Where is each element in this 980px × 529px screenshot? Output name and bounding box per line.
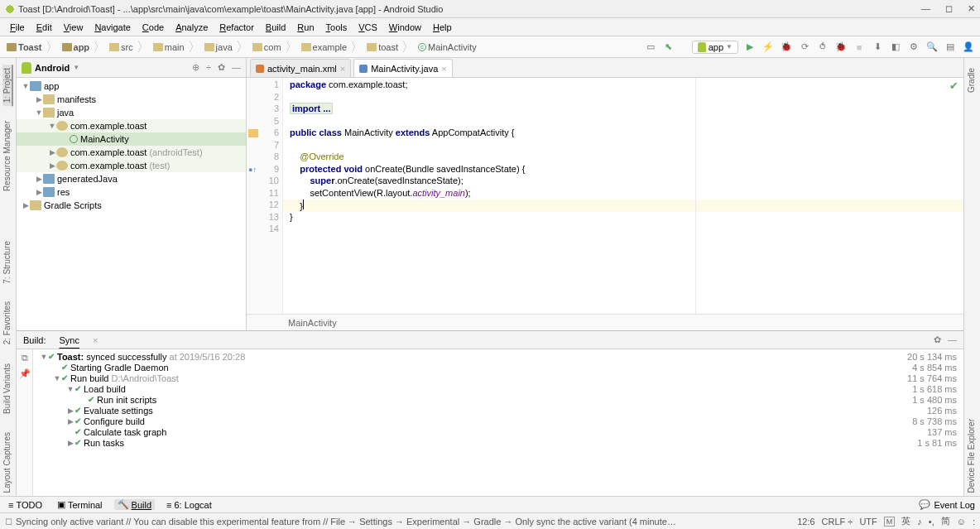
menu-vcs[interactable]: VCS: [353, 21, 382, 34]
tree-item[interactable]: ▶res: [17, 185, 246, 199]
editor-tab[interactable]: MainActivity.java×: [353, 59, 453, 77]
maximize-button[interactable]: ◻: [945, 3, 953, 14]
breadcrumb-item[interactable]: src: [108, 42, 135, 52]
editor-code[interactable]: ✔ package com.example.toast;import ...pu…: [283, 78, 963, 314]
select-opened-icon[interactable]: ⊕: [192, 62, 199, 73]
device-file-explorer-button[interactable]: Device File Explorer: [967, 416, 978, 496]
close-button[interactable]: ✕: [968, 3, 975, 14]
hide-icon[interactable]: —: [232, 62, 241, 73]
status-item[interactable]: UTF: [859, 517, 877, 527]
structure-tool-button[interactable]: 7: Structure: [2, 238, 13, 287]
tree-item[interactable]: ▶com.example.toast (test): [17, 159, 246, 172]
close-tab-icon[interactable]: ×: [340, 64, 345, 74]
layout-inspector-icon[interactable]: ◧: [889, 41, 902, 54]
tree-item[interactable]: ▼app: [17, 79, 246, 93]
tree-item[interactable]: MainActivity: [17, 132, 246, 146]
menu-run[interactable]: Run: [292, 21, 319, 34]
menu-code[interactable]: Code: [137, 21, 169, 34]
close-tab-icon[interactable]: ×: [441, 64, 446, 74]
apply-changes-icon[interactable]: ⚡: [761, 41, 775, 54]
menu-build[interactable]: Build: [261, 21, 291, 34]
breadcrumb-item[interactable]: example: [300, 42, 349, 52]
breadcrumb-item[interactable]: com: [251, 42, 283, 52]
menu-file[interactable]: File: [5, 21, 30, 34]
attach-debugger-icon[interactable]: ⥀: [816, 41, 829, 54]
menu-window[interactable]: Window: [384, 21, 426, 34]
resource-manager-tool-button[interactable]: Resource Manager: [2, 118, 13, 195]
tree-item[interactable]: ▼com.example.toast: [17, 119, 246, 132]
breadcrumb-item[interactable]: app: [60, 42, 92, 52]
build-item[interactable]: ✔Run init scripts1 s 480 ms: [40, 394, 957, 405]
build-item[interactable]: ✔Starting Gradle Daemon4 s 854 ms: [40, 362, 957, 373]
debug-button[interactable]: 🐞: [780, 41, 793, 54]
tree-item[interactable]: ▶manifests: [17, 93, 246, 106]
tree-item[interactable]: ▼java: [17, 106, 246, 119]
menu-navigate[interactable]: Navigate: [89, 21, 135, 34]
build-item[interactable]: ▼✔Load build1 s 618 ms: [40, 383, 957, 394]
tree-item[interactable]: ▶Gradle Scripts: [17, 199, 246, 212]
gradle-tool-button[interactable]: Gradle: [967, 65, 978, 96]
status-item[interactable]: CRLF ÷: [822, 517, 853, 527]
build-item[interactable]: ▶✔Evaluate settings126 ms: [40, 405, 957, 416]
bottom-tab-6logcat[interactable]: ≡6: Logcat: [163, 499, 215, 510]
breadcrumb-item[interactable]: Toast: [5, 42, 44, 52]
user-icon[interactable]: 👤: [962, 41, 975, 54]
layout-captures-tool-button[interactable]: Layout Captures: [2, 429, 13, 496]
avd-manager-icon[interactable]: 🐞: [834, 41, 848, 54]
menu-refactor[interactable]: Refactor: [214, 21, 259, 34]
event-log-button[interactable]: Event Log: [934, 500, 975, 510]
menu-edit[interactable]: Edit: [31, 21, 57, 34]
device-selector-icon[interactable]: ▭: [644, 41, 657, 54]
menu-help[interactable]: Help: [428, 21, 457, 34]
gear-icon[interactable]: ✿: [218, 62, 225, 73]
sdk-manager-icon[interactable]: ⬇: [871, 41, 884, 54]
bottom-tab-build[interactable]: 🔨Build: [114, 499, 155, 510]
status-item[interactable]: ☺: [957, 517, 966, 527]
filter-icon[interactable]: ▤: [944, 41, 957, 54]
pin-icon[interactable]: 📌: [19, 368, 31, 379]
status-item[interactable]: ♪: [917, 517, 922, 527]
build-output-tree[interactable]: ▼✔Toast: synced successfully at 2019/5/1…: [33, 349, 963, 496]
editor-breadcrumb[interactable]: MainActivity: [247, 314, 963, 330]
menu-tools[interactable]: Tools: [321, 21, 353, 34]
breadcrumb-item[interactable]: java: [203, 42, 234, 52]
sync-icon[interactable]: ⬉: [662, 41, 675, 54]
build-item[interactable]: ▼✔Toast: synced successfully at 2019/5/1…: [40, 351, 957, 362]
editor[interactable]: 1235678●↑91011121314 ✔ package com.examp…: [247, 78, 963, 314]
run-button[interactable]: ▶: [743, 41, 757, 54]
build-item[interactable]: ▶✔Configure build8 s 738 ms: [40, 416, 957, 426]
build-item[interactable]: ▶✔Run tasks1 s 81 ms: [40, 437, 957, 448]
gear-icon[interactable]: ✿: [934, 334, 941, 345]
build-item[interactable]: ▼✔Run build D:\Android\Toast11 s 764 ms: [40, 373, 957, 383]
menu-analyze[interactable]: Analyze: [171, 21, 213, 34]
build-variants-tool-button[interactable]: Build Variants: [2, 360, 13, 417]
profiler-icon[interactable]: ⟳: [798, 41, 811, 54]
status-item[interactable]: •,: [929, 517, 934, 527]
project-tree[interactable]: ▼app▶manifests▼java▼com.example.toastMai…: [17, 78, 246, 330]
dropdown-icon[interactable]: ▼: [73, 64, 79, 71]
project-structure-icon[interactable]: ⚙: [907, 41, 920, 54]
project-view-label[interactable]: Android: [35, 63, 70, 73]
hide-icon[interactable]: —: [948, 334, 957, 345]
editor-tab[interactable]: activity_main.xml×: [250, 59, 351, 77]
filter-icon[interactable]: ⧉: [22, 353, 28, 363]
status-item[interactable]: 英: [901, 515, 910, 527]
menu-view[interactable]: View: [59, 21, 89, 34]
collapse-all-icon[interactable]: ÷: [206, 62, 211, 73]
search-icon[interactable]: 🔍: [925, 41, 939, 54]
project-tool-button[interactable]: 1: Project: [2, 65, 13, 106]
breadcrumb-item[interactable]: c MainActivity: [416, 42, 478, 52]
close-tab-icon[interactable]: ×: [93, 335, 98, 345]
status-item[interactable]: 12:6: [797, 517, 814, 527]
stop-button[interactable]: ■: [853, 41, 866, 54]
build-item[interactable]: ✔Calculate task graph137 ms: [40, 426, 957, 437]
breadcrumb-item[interactable]: main: [151, 42, 186, 52]
status-item[interactable]: :: [973, 517, 975, 527]
run-config-selector[interactable]: app ▼: [692, 41, 738, 54]
bottom-tab-terminal[interactable]: ▣Terminal: [54, 499, 106, 510]
status-item[interactable]: 简: [941, 515, 950, 527]
tree-item[interactable]: ▶generatedJava: [17, 172, 246, 185]
build-tab-sync[interactable]: Sync: [56, 335, 83, 345]
breadcrumb-item[interactable]: MainActivity: [288, 318, 337, 328]
tree-item[interactable]: ▶com.example.toast (androidTest): [17, 146, 246, 159]
